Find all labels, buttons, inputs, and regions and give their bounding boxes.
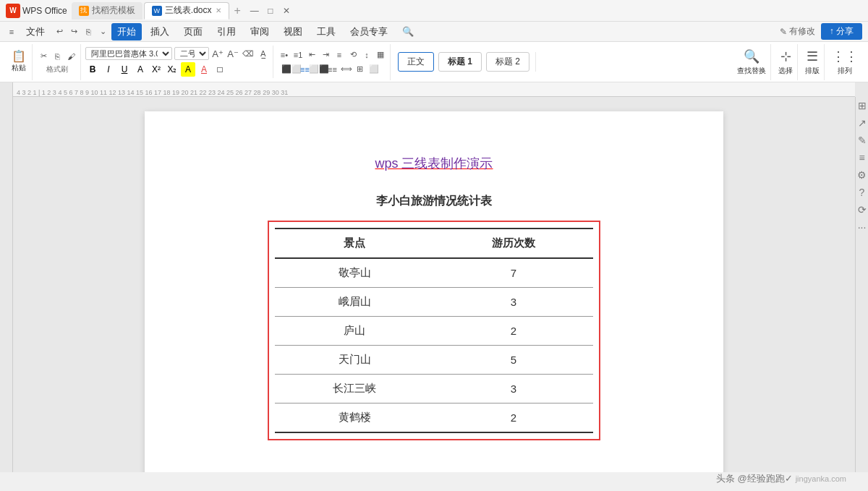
table-row: 敬亭山 7 xyxy=(275,258,593,288)
indent-decrease-button[interactable]: ⇤ xyxy=(305,48,318,61)
count-4: 3 xyxy=(434,375,593,404)
table-row: 峨眉山 3 xyxy=(275,288,593,317)
table-row: 黄鹤楼 2 xyxy=(275,404,593,433)
ribbon-tab-page[interactable]: 页面 xyxy=(178,23,208,40)
right-tools: 🔍 查找替换 ⊹ 选择 ☰ 排版 ⋮⋮ 排列 xyxy=(733,44,862,80)
find-replace-group[interactable]: 🔍 查找替换 xyxy=(733,44,771,80)
font-name-row: 阿里巴巴普惠体 3.0 二号 A⁺ A⁻ ⌫ A̲ xyxy=(85,47,270,60)
font-size-select[interactable]: 二号 xyxy=(174,47,209,60)
align-right-btn[interactable]: ⬜⬛ xyxy=(312,63,326,76)
shading-button[interactable]: ▦ xyxy=(374,48,387,61)
biaoti2-label: 标题 2 xyxy=(495,56,520,67)
has-changes-indicator: ✎ 有修改 xyxy=(780,25,815,38)
border-btn[interactable]: ⬜ xyxy=(367,63,380,76)
subscript-button[interactable]: X₂ xyxy=(165,62,179,77)
clear-format-button[interactable]: ⌫ xyxy=(242,47,255,60)
select-group[interactable]: ⊹ 选择 xyxy=(774,44,798,80)
right-tool-4[interactable]: ≡ xyxy=(859,152,864,163)
dist-btn[interactable]: ⟺ xyxy=(340,63,353,76)
share-button[interactable]: ↑ 分享 xyxy=(821,23,862,40)
arrange-col-group[interactable]: ⋮⋮ 排列 xyxy=(827,44,862,80)
format-row: B I U A X² X₂ A A □ xyxy=(85,62,270,77)
border-button[interactable]: □ xyxy=(213,62,227,77)
right-tool-more[interactable]: ··· xyxy=(858,221,867,233)
bullet-list-button[interactable]: ≡• xyxy=(278,48,291,61)
arrange-group[interactable]: ☰ 排版 xyxy=(801,44,825,80)
right-tool-6[interactable]: ? xyxy=(859,187,865,198)
text-direction-button[interactable]: ⟲ xyxy=(346,48,359,61)
text-effect-button[interactable]: A̲ xyxy=(257,47,270,60)
font-name-select[interactable]: 阿里巴巴普惠体 3.0 xyxy=(85,47,172,60)
scroll-area[interactable]: wps 三线表制作演示 李小白旅游情况统计表 景点 游历次数 xyxy=(13,97,855,472)
superscript-button[interactable]: X² xyxy=(149,62,163,77)
tab-close-icon[interactable]: ✕ xyxy=(216,7,221,14)
select-label: 选择 xyxy=(778,66,793,76)
right-tool-1[interactable]: ⊞ xyxy=(858,100,867,111)
right-tool-3[interactable]: ✎ xyxy=(858,135,867,146)
indent-increase-button[interactable]: ⇥ xyxy=(319,48,332,61)
justify-btn[interactable]: ≡≡ xyxy=(326,63,339,76)
search-button[interactable]: 🔍 xyxy=(396,24,420,39)
watermark: 头条 @经验跑跑✓ jingyanka.com xyxy=(716,472,846,485)
ribbon-tab-member[interactable]: 会员专享 xyxy=(344,23,393,40)
align-left-btn[interactable]: ⬛⬜ xyxy=(285,63,298,76)
style-zhengwen[interactable]: 正文 xyxy=(398,52,434,72)
arrange-col-icon: ⋮⋮ xyxy=(832,48,858,64)
left-panel xyxy=(0,97,13,472)
has-changes-text: 有修改 xyxy=(789,25,815,38)
underline-button[interactable]: U xyxy=(117,62,132,77)
copy-button[interactable]: ⎘ xyxy=(51,50,64,63)
table-btn[interactable]: ⊞ xyxy=(354,63,367,76)
close-button[interactable]: ✕ xyxy=(281,6,292,16)
right-tool-2[interactable]: ↗ xyxy=(858,117,867,129)
ribbon-tab-review[interactable]: 审阅 xyxy=(244,23,275,40)
edit-icon: ✎ xyxy=(780,27,787,37)
tab-template[interactable]: 找 找稻壳模板 xyxy=(72,2,142,20)
ruler-area: 4 3 2 1 | 1 2 3 4 5 6 7 8 9 10 11 12 13 … xyxy=(0,82,868,97)
format-brush-button[interactable]: 🖌 xyxy=(64,50,77,63)
restore-button[interactable]: □ xyxy=(265,6,276,16)
count-2: 2 xyxy=(434,317,593,346)
style-biaoti1[interactable]: 标题 1 xyxy=(438,52,482,72)
arrange-col-label: 排列 xyxy=(838,66,852,76)
biaoti1-label: 标题 1 xyxy=(448,56,472,67)
new-tab-button[interactable]: + xyxy=(231,4,243,17)
save-icon[interactable]: ⎘ xyxy=(82,26,94,38)
cut-label: 格式刷 xyxy=(46,64,68,74)
style-biaoti2[interactable]: 标题 2 xyxy=(486,52,529,72)
undo-icon[interactable]: ↩ xyxy=(54,26,65,38)
docx-tab-label: 三线表.docx xyxy=(165,4,212,17)
ribbon-tab-reference[interactable]: 引用 xyxy=(211,23,242,40)
italic-button[interactable]: I xyxy=(101,62,116,77)
hamburger-menu-icon[interactable]: ≡ xyxy=(6,26,17,38)
ribbon-tab-insert[interactable]: 插入 xyxy=(145,23,175,40)
right-tool-7[interactable]: ⟳ xyxy=(858,204,867,215)
more-icon[interactable]: ⌄ xyxy=(97,26,109,38)
align-left-button[interactable]: ≡ xyxy=(333,48,346,61)
minimize-button[interactable]: — xyxy=(250,6,260,16)
line-spacing-button[interactable]: ↕ xyxy=(360,48,373,61)
text-color-button[interactable]: A xyxy=(197,62,211,77)
highlight-button[interactable]: A xyxy=(181,62,195,77)
tab-bar: 找 找稻壳模板 W 三线表.docx ✕ + xyxy=(72,2,244,20)
three-line-table: 景点 游历次数 敬亭山 7 峨眉山 3 xyxy=(275,228,593,433)
ribbon-tab-start[interactable]: 开始 xyxy=(111,23,142,40)
ruler-left-spacer xyxy=(0,82,13,97)
menu-file[interactable]: 文件 xyxy=(20,23,51,40)
arrange-icon: ☰ xyxy=(807,48,818,64)
paste-button[interactable]: 📋 粘贴 xyxy=(9,49,29,74)
right-tool-5[interactable]: ⚙ xyxy=(857,169,867,181)
increase-font-size-button[interactable]: A⁺ xyxy=(211,47,224,60)
bold-button[interactable]: B xyxy=(85,62,100,77)
place-3: 天门山 xyxy=(275,346,434,375)
ribbon-tab-tools[interactable]: 工具 xyxy=(311,23,341,40)
ribbon-tab-view[interactable]: 视图 xyxy=(278,23,308,40)
numbered-list-button[interactable]: ≡1 xyxy=(292,48,305,61)
tab-docx[interactable]: W 三线表.docx ✕ xyxy=(144,2,230,20)
cut-button[interactable]: ✂ xyxy=(37,50,50,63)
document-title: wps 三线表制作演示 xyxy=(203,155,665,172)
font-color-button[interactable]: A xyxy=(133,62,148,77)
redo-icon[interactable]: ↪ xyxy=(68,26,80,38)
decrease-font-size-button[interactable]: A⁻ xyxy=(226,47,239,60)
ruler-right-spacer xyxy=(855,82,868,97)
